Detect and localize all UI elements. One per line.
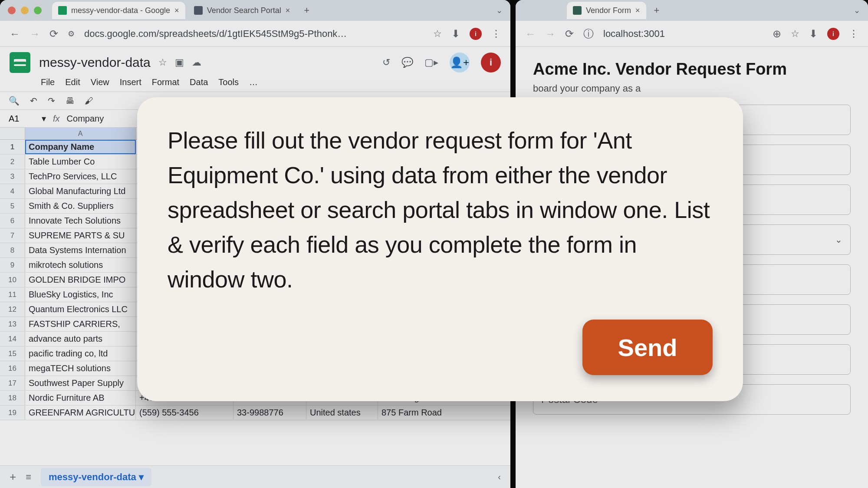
instruction-modal: Please fill out the vendor request form …: [137, 97, 743, 401]
modal-body-text: Please fill out the vendor request form …: [168, 123, 713, 297]
send-button[interactable]: Send: [582, 320, 713, 375]
